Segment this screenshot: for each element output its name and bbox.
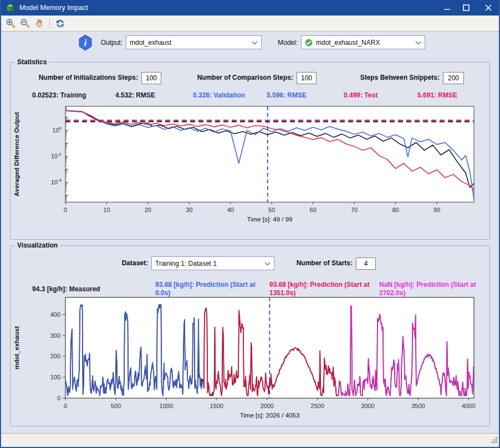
statistics-plot[interactable]: 10010-210-40102030405060708090Time [s]: … (11, 100, 490, 238)
comparison-steps-field[interactable] (297, 72, 317, 84)
svg-text:Time [s]: 49 / 99: Time [s]: 49 / 99 (247, 216, 292, 223)
legend-test-value: 0.499: Test (344, 91, 377, 99)
svg-text:200: 200 (50, 353, 60, 359)
svg-text:Time [s]: 2026 / 4053: Time [s]: 2026 / 4053 (240, 412, 300, 419)
init-steps-field[interactable] (141, 72, 161, 84)
resize-grip[interactable] (491, 436, 498, 446)
check-circle-icon (305, 39, 313, 47)
chevron-down-icon (264, 260, 271, 267)
dataset-dropdown[interactable]: Training 1: Dataset 1 (151, 256, 274, 270)
svg-text:0: 0 (57, 395, 60, 401)
legend-validation-rmse: 5.596: RMSE (267, 91, 307, 99)
svg-text:10-2: 10-2 (51, 152, 62, 159)
snippet-steps-field[interactable] (443, 72, 464, 84)
svg-text:100: 100 (52, 126, 62, 133)
svg-text:90: 90 (433, 207, 440, 213)
svg-text:1000: 1000 (160, 403, 173, 409)
zoom-out-button[interactable] (18, 17, 32, 30)
refresh-button[interactable] (53, 17, 67, 30)
dataset-dropdown-value: Training 1: Dataset 1 (155, 260, 217, 267)
svg-text:300: 300 (50, 332, 60, 339)
visualization-group: Visualization Dataset: Training 1: Datas… (10, 245, 490, 426)
init-steps-label: Number of Initializations Steps: (21, 74, 138, 81)
svg-text:60: 60 (310, 207, 317, 213)
toolbar-separator (49, 18, 50, 28)
pan-button[interactable] (32, 17, 47, 30)
zoom-in-button[interactable] (3, 17, 18, 30)
svg-text:40: 40 (227, 207, 234, 213)
comparison-steps-label: Number of Comparison Steps: (177, 74, 293, 81)
svg-text:400: 400 (50, 311, 60, 318)
close-button[interactable] (479, 0, 498, 16)
svg-text:1500: 1500 (210, 403, 223, 409)
svg-text:10: 10 (103, 207, 110, 213)
zoom-in-icon (6, 18, 16, 28)
visualization-plot[interactable]: 0100200300400050010001500200025003000350… (11, 295, 490, 425)
legend-measured: 94.3 [kg/h]: Measured (32, 285, 100, 293)
number-of-starts-label: Number of Starts: (283, 259, 353, 267)
svg-text:mdot_exhaust: mdot_exhaust (13, 326, 20, 369)
title-bar: Model Memory Impact (1, 0, 499, 16)
visualization-group-title: Visualization (15, 241, 60, 249)
svg-text:2500: 2500 (310, 403, 324, 409)
svg-text:20: 20 (145, 207, 151, 213)
svg-text:10-4: 10-4 (51, 178, 62, 186)
minimize-button[interactable] (437, 0, 456, 16)
svg-text:70: 70 (351, 207, 358, 213)
svg-text:4000: 4000 (462, 403, 475, 409)
status-bar (1, 433, 499, 447)
svg-text:100: 100 (50, 374, 60, 380)
output-dropdown[interactable]: mdot_exhaust (126, 35, 262, 49)
dataset-label: Dataset: (77, 259, 148, 267)
hand-icon (34, 18, 44, 28)
content-area: i Output: mdot_exhaust Model: mdot_exhau… (1, 32, 499, 447)
svg-text:Averaged Difference Output: Averaged Difference Output (13, 112, 20, 196)
output-dropdown-value: mdot_exhaust (130, 39, 171, 47)
toolbar (1, 16, 499, 32)
legend-training-value: 0.02523: Training (32, 91, 86, 99)
legend-validation-value: 0.326: Validation (193, 91, 245, 99)
svg-text:0: 0 (64, 207, 67, 213)
maximize-button[interactable] (457, 0, 476, 16)
window-title: Model Memory Impact (19, 4, 437, 12)
svg-text:80: 80 (392, 207, 399, 213)
svg-text:3500: 3500 (411, 403, 425, 409)
output-label: Output: (78, 39, 123, 47)
statistics-group-title: Statistics (15, 58, 49, 66)
chevron-down-icon (415, 39, 421, 47)
app-icon (6, 3, 15, 13)
number-of-starts-field[interactable] (356, 258, 376, 270)
statistics-group: Statistics Number of Initializations Ste… (10, 62, 490, 240)
svg-text:0: 0 (64, 403, 67, 409)
svg-text:500: 500 (111, 403, 121, 409)
model-memory-impact-window: Model Memory Impact (0, 0, 500, 448)
snippet-steps-label: Steps Between Snippets: (324, 74, 440, 81)
svg-text:50: 50 (268, 207, 275, 213)
model-label: Model: (253, 39, 298, 47)
model-dropdown[interactable]: mdot_exhaust_NARX (301, 35, 425, 49)
svg-text:30: 30 (186, 207, 192, 213)
svg-text:2000: 2000 (260, 403, 273, 409)
model-dropdown-value: mdot_exhaust_NARX (316, 39, 380, 47)
zoom-out-icon (20, 18, 30, 28)
legend-training-rmse: 4.532: RMSE (115, 91, 155, 99)
refresh-icon (55, 19, 65, 28)
legend-test-rmse: 5.691: RMSE (417, 91, 457, 99)
svg-text:3000: 3000 (361, 403, 374, 409)
